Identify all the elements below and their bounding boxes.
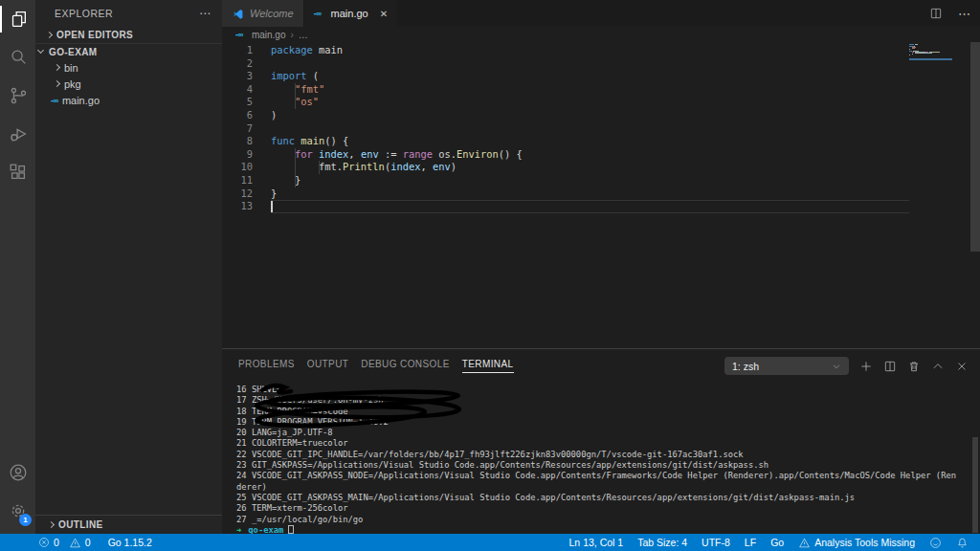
- code-line[interactable]: 5 "os": [222, 96, 980, 109]
- line-number: 10: [222, 161, 266, 174]
- encoding-status[interactable]: UTF-8: [702, 537, 730, 548]
- code-line[interactable]: 12}: [222, 187, 980, 201]
- tree-item-pkg[interactable]: pkg: [35, 76, 222, 92]
- go-file-icon: -∞: [235, 30, 243, 39]
- breadcrumb[interactable]: -∞ main.go › …: [222, 27, 980, 42]
- editor-scrollbar[interactable]: [970, 42, 980, 252]
- terminal-line: 18 TERM_PROGRAM=vscode: [236, 407, 980, 417]
- code-editor[interactable]: 1package main23import (4 "fmt"5 "os"6)78…: [222, 42, 980, 348]
- code-area[interactable]: 1package main23import (4 "fmt"5 "os"6)78…: [222, 44, 980, 213]
- cursor-position-status[interactable]: Ln 13, Col 1: [569, 537, 624, 548]
- code-line[interactable]: 7: [222, 122, 980, 136]
- new-terminal-icon[interactable]: [859, 360, 873, 373]
- split-terminal-icon[interactable]: [883, 360, 897, 373]
- extensions-icon[interactable]: [0, 153, 35, 191]
- tree-item-bin[interactable]: bin: [35, 59, 222, 76]
- code-line[interactable]: 1package main: [222, 44, 980, 57]
- terminal-scrollbar[interactable]: [972, 437, 978, 533]
- terminal-line: derer): [236, 482, 980, 493]
- code-token: }: [271, 187, 277, 199]
- kill-terminal-trash-icon[interactable]: [907, 360, 921, 373]
- notifications-bell-icon[interactable]: [956, 537, 969, 549]
- account-icon[interactable]: [0, 453, 35, 492]
- bottom-panel: PROBLEMS OUTPUT DEBUG CONSOLE TERMINAL 1…: [222, 348, 980, 534]
- warning-triangle-icon: [69, 537, 81, 549]
- line-number: 8: [222, 135, 266, 148]
- settings-gear-icon[interactable]: 1: [0, 492, 35, 530]
- code-text: package main: [271, 44, 343, 57]
- code-line[interactable]: 3import (: [222, 70, 980, 83]
- code-line[interactable]: 8func main() {: [222, 135, 980, 148]
- code-token: os.: [433, 148, 457, 160]
- code-line[interactable]: 2: [222, 57, 980, 71]
- tab-output[interactable]: OUTPUT: [307, 359, 349, 373]
- tab-problems[interactable]: PROBLEMS: [238, 359, 295, 373]
- chevron-right-icon: [47, 521, 55, 529]
- code-token: ): [451, 161, 457, 172]
- breadcrumb-file[interactable]: main.go: [252, 30, 286, 40]
- root-folder-go-exam[interactable]: GO-EXAM: [35, 43, 222, 59]
- code-line[interactable]: 4 "fmt": [222, 83, 980, 97]
- status-bar: 0 0 Go 1.15.2 Ln 13, Col 1 Tab Size: 4 U…: [0, 534, 980, 551]
- terminal-prompt[interactable]: ➜go-exam: [236, 525, 980, 534]
- split-editor-icon[interactable]: [929, 7, 943, 20]
- close-panel-icon[interactable]: [955, 360, 969, 373]
- eol-status[interactable]: LF: [745, 537, 756, 548]
- code-token: [271, 96, 295, 107]
- outline-section[interactable]: OUTLINE: [35, 515, 222, 534]
- text-cursor: [271, 201, 273, 212]
- terminal-shell-select[interactable]: 1: zsh: [724, 357, 849, 375]
- code-token: for: [295, 148, 313, 160]
- code-line[interactable]: 10 fmt.Println(index, env): [222, 161, 980, 174]
- code-line[interactable]: 6): [222, 109, 980, 122]
- editor-more-actions-icon[interactable]: ⋯: [958, 7, 970, 21]
- tab-main-go[interactable]: -∞ main.go ✕: [304, 0, 398, 27]
- code-token: Println: [343, 161, 385, 172]
- breadcrumb-separator: ›: [290, 30, 293, 40]
- code-text: }: [271, 187, 277, 201]
- terminal-line: 20 LANG=ja_JP.UTF-8: [236, 428, 980, 438]
- code-text: import (: [271, 70, 319, 83]
- tab-welcome[interactable]: Welcome: [222, 0, 304, 27]
- code-token: index: [319, 148, 348, 160]
- code-line[interactable]: 11 }: [222, 174, 980, 187]
- terminal-output[interactable]: 16 SHLVL=117 ZSH=/Users/user/.oh-my-zsh1…: [222, 382, 980, 534]
- tab-debug-console[interactable]: DEBUG CONSOLE: [361, 359, 449, 373]
- editor-group: Welcome -∞ main.go ✕ ⋯ -∞ main.go › … 1p…: [222, 0, 980, 534]
- sidebar-explorer: EXPLORER ⋯ OPEN EDITORS GO-EXAM bin pkg …: [35, 0, 222, 534]
- terminal-line: 21 COLORTERM=truecolor: [236, 438, 980, 449]
- indent-guide: [295, 148, 296, 187]
- tab-size-status[interactable]: Tab Size: 4: [637, 537, 687, 548]
- feedback-smiley-icon[interactable]: [929, 537, 942, 549]
- analysis-tools-status[interactable]: Analysis Tools Missing: [798, 537, 915, 549]
- line-number: 2: [222, 57, 266, 71]
- go-version-status[interactable]: Go 1.15.2: [108, 537, 152, 548]
- code-token: env: [433, 161, 451, 172]
- open-editors-section[interactable]: OPEN EDITORS: [35, 27, 222, 43]
- code-token: (: [307, 70, 320, 81]
- terminal-line: 17 ZSH=/Users/user/.oh-my-zsh: [236, 395, 980, 406]
- explorer-icon[interactable]: [0, 0, 35, 38]
- code-token: env: [361, 148, 379, 160]
- source-control-icon[interactable]: [0, 77, 35, 115]
- breadcrumb-symbol[interactable]: …: [299, 30, 308, 40]
- minimap-code: [909, 44, 948, 56]
- sidebar-more-actions-icon[interactable]: ⋯: [199, 7, 211, 20]
- code-token: [271, 83, 295, 95]
- code-token: main: [301, 135, 324, 146]
- problems-status[interactable]: 0 0: [38, 537, 91, 549]
- maximize-panel-icon[interactable]: [931, 360, 945, 373]
- sidebar-title: EXPLORER: [55, 8, 113, 19]
- vscode-window: 1 EXPLORER ⋯ OPEN EDITORS GO-EXAM bin pk…: [0, 0, 980, 534]
- language-mode-status[interactable]: Go: [770, 537, 784, 548]
- search-icon[interactable]: [0, 38, 35, 77]
- minimap[interactable]: [909, 44, 948, 56]
- terminal-line: 19 TERM_PROGRAM_VERSION=1.48.2: [236, 417, 980, 428]
- close-tab-icon[interactable]: ✕: [380, 9, 388, 19]
- tab-terminal[interactable]: TERMINAL: [462, 359, 514, 373]
- run-debug-icon[interactable]: [0, 115, 35, 153]
- code-line[interactable]: 9 for index, env := range os.Environ() {: [222, 148, 980, 162]
- prompt-cwd: go-exam: [248, 525, 283, 534]
- line-number: 1: [222, 44, 266, 57]
- tree-item-main-go[interactable]: -∞ main.go: [35, 92, 222, 108]
